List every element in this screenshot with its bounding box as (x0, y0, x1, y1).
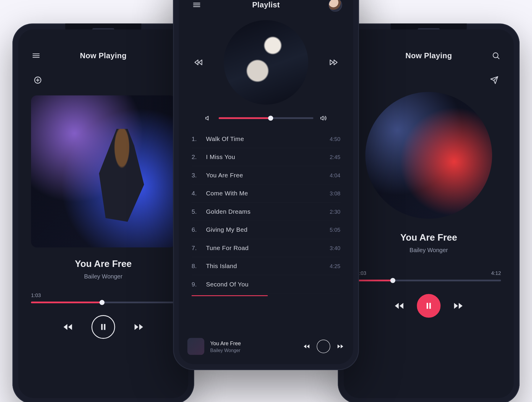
menu-icon[interactable] (29, 49, 43, 62)
album-artwork (365, 92, 492, 219)
header: Now Playing (18, 29, 188, 67)
track-duration: 4:50 (330, 136, 340, 142)
screen-title: Now Playing (43, 51, 164, 60)
pause-button[interactable] (417, 294, 441, 318)
pause-button[interactable] (91, 315, 115, 339)
header: Now Playing (344, 29, 514, 67)
track-duration: 4:04 (330, 172, 340, 178)
phone-playlist: Playlist 1.Walk Of Time4:502.I Miss You2… (173, 0, 359, 370)
track-row[interactable]: 5.Golden Dreams2:30 (192, 203, 340, 221)
next-button[interactable] (452, 300, 464, 312)
phone-now-playing-circle: Now Playing You Are Free Bailey Wonger 1… (338, 23, 520, 402)
track-name: Second Of You (202, 281, 340, 288)
track-name: Golden Dreams (202, 208, 330, 215)
mini-artwork (187, 338, 204, 355)
elapsed-time: 1:03 (31, 292, 41, 298)
track-duration: 4:25 (330, 263, 340, 269)
screen-title: Playlist (203, 0, 328, 9)
track-list: 1.Walk Of Time4:502.I Miss You2:453.You … (179, 130, 353, 294)
track-name: Walk Of Time (202, 135, 330, 142)
progress-slider[interactable] (356, 280, 501, 281)
track-row[interactable]: 9.Second Of You (192, 275, 340, 294)
mini-track-title: You Are Free (210, 340, 241, 346)
avatar[interactable] (329, 0, 342, 12)
track-row[interactable]: 6.Giving My Bed5:05 (192, 221, 340, 239)
track-name: This Island (202, 263, 330, 270)
track-row[interactable]: 7.Tune For Road3:40 (192, 239, 340, 257)
screen-title: Now Playing (368, 51, 489, 60)
track-duration: 2:45 (330, 154, 340, 160)
track-number: 3. (192, 172, 202, 179)
previous-album-button[interactable] (192, 56, 205, 69)
share-icon[interactable] (487, 73, 501, 87)
album-artwork (31, 95, 176, 248)
mini-next-button[interactable] (336, 342, 345, 351)
track-row[interactable]: 1.Walk Of Time4:50 (192, 130, 340, 148)
volume-slider[interactable] (219, 117, 313, 119)
track-number: 1. (192, 135, 202, 142)
track-artist: Bailey Wonger (18, 273, 188, 280)
album-artwork (224, 20, 308, 105)
header: Playlist (179, 0, 353, 16)
track-name: I Miss You (202, 154, 330, 161)
track-number: 4. (192, 190, 202, 197)
progress-slider[interactable] (31, 302, 176, 303)
track-duration: 5:05 (330, 227, 340, 233)
previous-button[interactable] (393, 300, 405, 312)
track-title: You Are Free (18, 258, 188, 269)
track-row[interactable]: 8.This Island4:25 (192, 257, 340, 275)
shuffle-button[interactable] (476, 300, 488, 312)
next-button[interactable] (133, 321, 145, 333)
mini-track-artist: Bailey Wonger (210, 347, 241, 352)
volume-mute-icon[interactable] (204, 114, 213, 122)
mini-play-button[interactable] (317, 340, 330, 353)
track-row[interactable]: 3.You Are Free4:04 (192, 166, 340, 184)
track-name: Giving My Bed (202, 226, 330, 233)
volume-up-icon[interactable] (319, 114, 328, 122)
next-album-button[interactable] (327, 56, 340, 69)
track-duration: 2:30 (330, 208, 340, 215)
phone-now-playing-card: Now Playing You Are Free Bailey Wonger 1… (12, 23, 194, 402)
track-row[interactable]: 4.Come With Me3:08 (192, 184, 340, 202)
track-artist: Bailey Wonger (344, 247, 514, 253)
previous-button[interactable] (62, 321, 74, 333)
track-title: You Are Free (344, 232, 514, 243)
track-duration: 3:40 (330, 245, 340, 251)
track-name: Come With Me (202, 190, 330, 197)
track-duration: 3:08 (330, 190, 340, 197)
add-icon[interactable] (31, 73, 45, 87)
menu-icon[interactable] (190, 0, 204, 12)
track-number: 8. (192, 263, 202, 270)
repeat-button[interactable] (369, 300, 381, 312)
search-icon[interactable] (489, 49, 503, 62)
track-name: You Are Free (202, 172, 330, 179)
total-time: 4:12 (491, 270, 501, 276)
track-row[interactable]: 2.I Miss You2:45 (192, 148, 340, 166)
active-underline (192, 295, 267, 296)
track-number: 6. (192, 226, 202, 233)
track-number: 9. (192, 281, 202, 288)
track-number: 2. (192, 154, 202, 161)
track-number: 5. (192, 208, 202, 215)
mini-previous-button[interactable] (302, 342, 311, 351)
mini-player: You Are Free Bailey Wonger (179, 333, 353, 364)
track-number: 7. (192, 244, 202, 251)
track-name: Tune For Road (202, 244, 330, 251)
